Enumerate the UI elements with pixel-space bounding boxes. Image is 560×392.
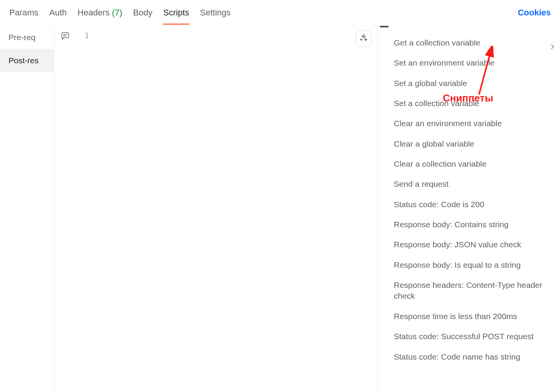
- nav-label: Pre-req: [8, 33, 35, 42]
- tab-label: Settings: [200, 8, 231, 18]
- snippet-item[interactable]: Send a request: [394, 174, 547, 194]
- sparkle-icon: [359, 34, 368, 44]
- tab-headers[interactable]: Headers (7): [78, 1, 122, 25]
- tab-label: Auth: [49, 8, 67, 18]
- ai-assist-button[interactable]: [356, 30, 372, 47]
- snippets-panel: Get a collection variableSet an environm…: [377, 26, 560, 392]
- chevron-right-icon: [548, 45, 556, 52]
- tab-label: Scripts: [163, 8, 189, 18]
- snippet-item[interactable]: Set a global variable: [394, 73, 547, 93]
- tab-scripts[interactable]: Scripts: [163, 1, 189, 25]
- snippet-item[interactable]: Clear a collection variable: [394, 154, 547, 174]
- tab-auth[interactable]: Auth: [49, 1, 67, 25]
- nav-label: Post-res: [8, 56, 39, 65]
- svg-rect-0: [62, 33, 69, 38]
- tab-settings[interactable]: Settings: [200, 1, 231, 25]
- snippet-item[interactable]: Status code: Code name has string: [394, 347, 547, 367]
- line-number-gutter: 1: [76, 26, 89, 392]
- snippet-item[interactable]: Set an environment variable: [394, 53, 547, 73]
- snippet-list[interactable]: Get a collection variableSet an environm…: [378, 26, 560, 392]
- editor-gutter: [54, 26, 76, 392]
- cookies-link[interactable]: Cookies: [518, 8, 551, 18]
- tab-label: Headers: [78, 8, 110, 18]
- snippet-item[interactable]: Response body: JSON value check: [394, 235, 547, 255]
- snippet-item[interactable]: Response headers: Content-Type header ch…: [394, 275, 547, 306]
- panel-top-handle[interactable]: [380, 26, 388, 27]
- snippet-item[interactable]: Status code: Successful POST request: [394, 326, 547, 346]
- nav-pre-req[interactable]: Pre-req: [0, 26, 54, 49]
- cookies-label: Cookies: [518, 8, 551, 17]
- request-tabs: Params Auth Headers (7) Body Scripts Set…: [0, 0, 560, 25]
- snippet-item[interactable]: Get a collection variable: [394, 33, 547, 53]
- tab-params[interactable]: Params: [9, 1, 39, 25]
- snippet-item[interactable]: Response body: Contains string: [394, 215, 547, 235]
- panel-resize-handle[interactable]: [377, 26, 378, 392]
- scripts-body: Pre-req Post-res 1: [0, 25, 560, 392]
- snippet-item[interactable]: Response time is less than 200ms: [394, 306, 547, 326]
- line-number: 1: [76, 31, 89, 40]
- collapse-snippets-button[interactable]: [548, 43, 556, 51]
- nav-post-res[interactable]: Post-res: [0, 49, 54, 72]
- snippet-item[interactable]: Clear an environment variable: [394, 113, 547, 133]
- snippet-item[interactable]: Response body: Is equal to a string: [394, 255, 547, 275]
- tab-headers-count: (7): [112, 8, 122, 18]
- code-editor[interactable]: [89, 26, 377, 392]
- script-phase-nav: Pre-req Post-res: [0, 26, 54, 392]
- snippet-item[interactable]: Status code: Code is 200: [394, 194, 547, 215]
- comment-icon[interactable]: [61, 31, 70, 41]
- snippet-item[interactable]: Clear a global variable: [394, 134, 547, 154]
- tab-label: Params: [9, 8, 39, 18]
- tab-body[interactable]: Body: [133, 1, 152, 25]
- snippet-item[interactable]: Set a collection variable: [394, 93, 547, 113]
- tab-label: Body: [133, 8, 152, 18]
- script-editor-area: 1: [54, 26, 377, 392]
